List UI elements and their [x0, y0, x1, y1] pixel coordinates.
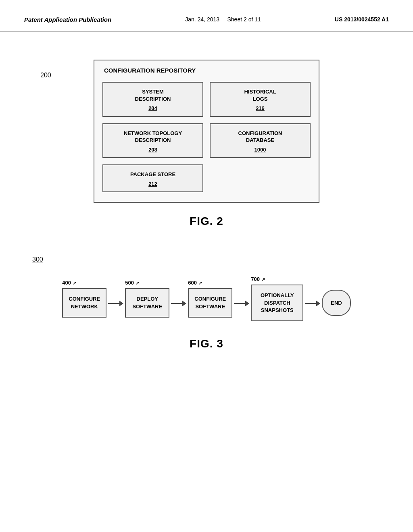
node-600-id-label: 600 ↗ [188, 280, 202, 286]
system-description-number: 204 [107, 105, 198, 112]
header-publication-label: Patent Application Publication [24, 16, 111, 23]
arrow-head-1 [119, 301, 123, 306]
system-description-box: SYSTEMDESCRIPTION 204 [102, 82, 203, 117]
sheet-text: Sheet 2 of 11 [227, 16, 261, 23]
node-700-box: OPTIONALLYDISPATCHSNAPSHOTS [251, 285, 303, 321]
publication-text: Patent Application Publication [24, 16, 111, 23]
node-end-box: END [322, 290, 350, 316]
configuration-database-number: 1000 [215, 146, 306, 154]
page-header: Patent Application Publication Jan. 24, … [0, 0, 413, 31]
node-500-arrow-indicator: ↗ [136, 281, 139, 285]
date-text: Jan. 24, 2013 [185, 16, 219, 23]
network-topology-box: NETWORK TOPOLOGYDESCRIPTION 208 [102, 123, 203, 158]
fig2-label-200: 200 [40, 72, 51, 79]
node-700-col: 700 ↗ OPTIONALLYDISPATCHSNAPSHOTS [251, 276, 303, 321]
package-store-number: 212 [107, 181, 198, 188]
fig2-section: 200 CONFIGURATION REPOSITORY SYSTEMDESCR… [24, 60, 389, 228]
node-700-id-label: 700 ↗ [251, 276, 265, 282]
node-end-col: X END [322, 281, 350, 316]
fig3-label-300: 300 [32, 256, 43, 263]
fig3-number: 300 [32, 256, 43, 263]
node-400-label: CONFIGURENETWORK [69, 295, 100, 310]
node-700-id: 700 [251, 276, 260, 282]
arrow-2 [171, 301, 186, 306]
node-400-id-label: 400 ↗ [62, 280, 76, 286]
main-content: 200 CONFIGURATION REPOSITORY SYSTEMDESCR… [0, 35, 413, 358]
node-400-arrow-indicator: ↗ [73, 281, 76, 285]
node-500-id-label: 500 ↗ [125, 280, 139, 286]
node-500-box: DEPLOYSOFTWARE [125, 288, 169, 317]
arrow-1 [108, 301, 123, 306]
configuration-database-box: CONFIGURATIONDATABASE 1000 [210, 123, 311, 158]
node-500-label: DEPLOYSOFTWARE [132, 295, 162, 310]
node-end-label: END [331, 299, 342, 307]
patent-number-text: US 2013/0024552 A1 [335, 16, 389, 23]
fig2-number: 200 [40, 72, 51, 79]
arrow-line-4 [305, 303, 316, 304]
package-store-label: PACKAGE STORE [130, 171, 175, 177]
network-topology-label: NETWORK TOPOLOGYDESCRIPTION [124, 130, 182, 143]
config-repo-title: CONFIGURATION REPOSITORY [102, 67, 311, 74]
node-600-box: CONFIGURESOFTWARE [188, 288, 232, 317]
config-repo-box: CONFIGURATION REPOSITORY SYSTEMDESCRIPTI… [94, 60, 319, 203]
historical-logs-label: HISTORICALLOGS [244, 89, 276, 102]
system-description-label: SYSTEMDESCRIPTION [135, 89, 171, 102]
arrow-4 [305, 301, 320, 306]
arrow-line-3 [234, 303, 245, 304]
historical-logs-number: 216 [215, 105, 306, 112]
historical-logs-box: HISTORICALLOGS 216 [210, 82, 311, 117]
node-600-label: CONFIGURESOFTWARE [194, 295, 226, 310]
node-400-box: CONFIGURENETWORK [62, 288, 106, 317]
node-600-id: 600 [188, 280, 197, 286]
fig3-section: 300 400 ↗ CONFIGURENETWORK [24, 256, 389, 350]
configuration-database-label: CONFIGURATIONDATABASE [238, 130, 282, 143]
node-500-col: 500 ↗ DEPLOYSOFTWARE [125, 280, 169, 317]
inner-boxes-grid: SYSTEMDESCRIPTION 204 HISTORICALLOGS 216… [102, 82, 311, 158]
arrow-head-3 [245, 301, 249, 306]
node-700-label: OPTIONALLYDISPATCHSNAPSHOTS [261, 292, 294, 314]
arrow-3 [234, 301, 249, 306]
arrow-line-1 [108, 303, 119, 304]
node-400-col: 400 ↗ CONFIGURENETWORK [62, 280, 106, 317]
flowchart: 400 ↗ CONFIGURENETWORK 500 ↗ DEPLO [62, 276, 350, 321]
node-500-id: 500 [125, 280, 134, 286]
node-600-col: 600 ↗ CONFIGURESOFTWARE [188, 280, 232, 317]
header-date-sheet: Jan. 24, 2013 Sheet 2 of 11 [185, 16, 261, 23]
fig2-caption: FIG. 2 [190, 215, 223, 228]
header-patent-number: US 2013/0024552 A1 [335, 16, 389, 23]
node-700-arrow-indicator: ↗ [261, 277, 265, 282]
node-400-id: 400 [62, 280, 71, 286]
arrow-line-2 [171, 303, 182, 304]
node-600-arrow-indicator: ↗ [198, 281, 202, 285]
package-store-box: PACKAGE STORE 212 [102, 164, 203, 192]
arrow-head-2 [182, 301, 186, 306]
network-topology-number: 208 [107, 146, 198, 154]
fig3-caption: FIG. 3 [190, 337, 223, 350]
arrow-head-4 [316, 301, 320, 306]
